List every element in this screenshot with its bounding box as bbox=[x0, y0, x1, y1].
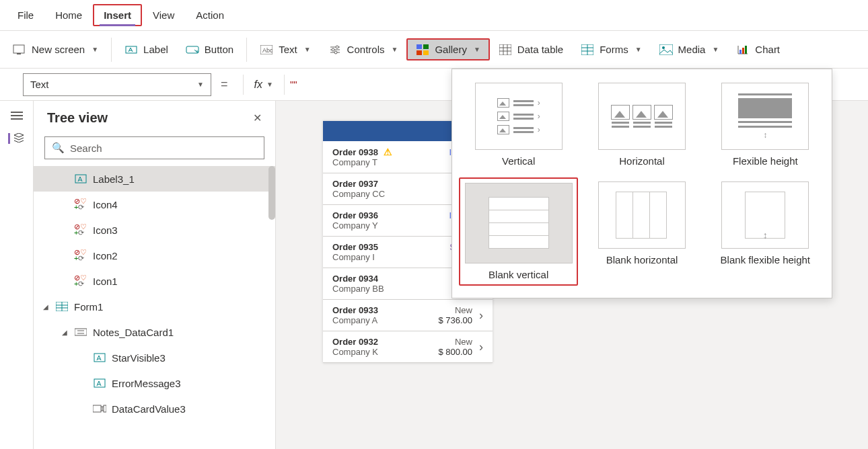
gallery-option-blankv[interactable]: Blank vertical bbox=[459, 177, 578, 286]
gallery-option-flex[interactable]: ↕Flexible height bbox=[706, 79, 825, 171]
svg-point-7 bbox=[332, 48, 334, 51]
tree-item[interactable]: ◢Notes_DataCard1 bbox=[34, 319, 275, 345]
order-title: Order 0937 bbox=[332, 179, 453, 189]
gallery-thumb: ↕ bbox=[721, 83, 809, 150]
svg-rect-22 bbox=[75, 329, 87, 335]
tree-item[interactable]: ⊘♡+⟳Icon2 bbox=[34, 243, 275, 268]
button-button[interactable]: Button bbox=[177, 39, 242, 60]
warning-icon: ⚠ bbox=[384, 147, 392, 157]
order-company: Company A bbox=[332, 315, 438, 325]
tree-item[interactable]: ⊘♡+⟳Icon1 bbox=[34, 268, 275, 294]
label-label: Label bbox=[143, 44, 168, 55]
label-button[interactable]: Label bbox=[116, 39, 177, 60]
order-list-item[interactable]: Order 0932Company KNew$ 800.00› bbox=[323, 331, 493, 363]
tree-list: Label3_1⊘♡+⟳Icon4⊘♡+⟳Icon3⊘♡+⟳Icon2⊘♡+⟳I… bbox=[34, 166, 275, 421]
chart-icon bbox=[736, 44, 750, 55]
menu-view[interactable]: View bbox=[142, 3, 185, 28]
svg-rect-12 bbox=[423, 50, 429, 55]
tree-item-label: StarVisible3 bbox=[112, 352, 166, 364]
chevron-down-icon: ▼ bbox=[474, 46, 480, 53]
chevron-right-icon: › bbox=[476, 309, 486, 323]
svg-rect-1 bbox=[17, 53, 21, 54]
gallery-thumb bbox=[598, 181, 686, 249]
tree-view-icon[interactable] bbox=[8, 133, 23, 144]
gallery-option-label: Horizontal bbox=[619, 155, 665, 167]
svg-point-16 bbox=[662, 46, 665, 49]
chevron-down-icon: ▼ bbox=[635, 46, 642, 53]
tree-item[interactable]: ◢Form1 bbox=[34, 294, 275, 319]
data-table-label: Data table bbox=[517, 44, 563, 55]
caret-icon: ◢ bbox=[61, 329, 69, 336]
gallery-thumb bbox=[465, 183, 573, 263]
gallery-label: Gallery bbox=[435, 44, 467, 55]
forms-button[interactable]: Forms ▼ bbox=[572, 39, 650, 60]
media-button[interactable]: Media ▼ bbox=[651, 39, 728, 60]
svg-point-8 bbox=[334, 51, 337, 54]
tree-item[interactable]: ErrorMessage3 bbox=[34, 370, 275, 396]
order-title: Order 0934 bbox=[332, 274, 455, 284]
label-icon bbox=[93, 378, 106, 388]
order-status: New bbox=[438, 337, 472, 347]
svg-rect-0 bbox=[13, 45, 24, 53]
tree-item[interactable]: DataCardValue3 bbox=[34, 396, 275, 421]
chart-button[interactable]: Chart bbox=[727, 39, 789, 60]
data-table-button[interactable]: Data table bbox=[490, 39, 572, 60]
controls-label: Controls bbox=[347, 44, 385, 55]
fx-button[interactable]: fx ▼ bbox=[249, 79, 279, 91]
svg-rect-10 bbox=[423, 44, 429, 49]
tree-item[interactable]: Label3_1 bbox=[34, 166, 275, 192]
svg-rect-15 bbox=[659, 44, 673, 55]
gallery-thumb: ↕ bbox=[721, 181, 809, 249]
order-company: Company Y bbox=[332, 220, 449, 231]
gallery-option-blankh[interactable]: Blank horizontal bbox=[582, 177, 701, 286]
menubar: File Home Insert View Action bbox=[0, 0, 868, 31]
gallery-option-blankf[interactable]: ↕Blank flexible height bbox=[706, 177, 825, 286]
menu-home[interactable]: Home bbox=[44, 3, 93, 28]
order-status: New bbox=[438, 305, 472, 315]
gallery-button[interactable]: Gallery ▼ bbox=[406, 38, 489, 60]
tree-item[interactable]: StarVisible3 bbox=[34, 345, 275, 370]
order-price: $ 800.00 bbox=[438, 347, 472, 357]
menu-action[interactable]: Action bbox=[185, 3, 235, 28]
equals-sign: = bbox=[211, 77, 238, 91]
new-screen-button[interactable]: New screen ▼ bbox=[4, 39, 107, 60]
order-title: Order 0932 bbox=[332, 337, 438, 347]
gallery-option-horizontal[interactable]: Horizontal bbox=[582, 79, 701, 171]
tree-search-input[interactable]: 🔍 Search bbox=[44, 136, 264, 159]
close-icon[interactable]: ✕ bbox=[253, 112, 262, 124]
gallery-option-vertical[interactable]: ›››Vertical bbox=[459, 79, 578, 171]
order-list-item[interactable]: Order 0933Company ANew$ 736.00› bbox=[323, 300, 493, 331]
gallery-thumb bbox=[598, 83, 686, 150]
ribbon: New screen ▼ Label Button Abc Text ▼ Con… bbox=[0, 31, 868, 69]
menu-insert[interactable]: Insert bbox=[93, 4, 142, 26]
svg-text:Abc: Abc bbox=[262, 47, 273, 54]
tree-item[interactable]: ⊘♡+⟳Icon3 bbox=[34, 217, 275, 243]
controls-button[interactable]: Controls ▼ bbox=[320, 39, 407, 60]
search-placeholder: Search bbox=[70, 142, 102, 154]
menu-file[interactable]: File bbox=[7, 3, 44, 28]
gallery-option-label: Vertical bbox=[502, 155, 535, 167]
chevron-down-icon: ▼ bbox=[304, 46, 311, 53]
order-title: Order 0938 ⚠ bbox=[332, 147, 449, 157]
iconset-icon: ⊘♡+⟳ bbox=[74, 224, 87, 236]
chevron-down-icon: ▼ bbox=[712, 46, 719, 53]
controls-icon bbox=[328, 44, 342, 55]
tree-item-label: Icon2 bbox=[93, 250, 118, 261]
order-company: Company BB bbox=[332, 284, 455, 294]
caret-icon: ◢ bbox=[42, 303, 50, 311]
tree-scrollbar[interactable] bbox=[268, 166, 275, 220]
tree-item-label: DataCardValue3 bbox=[112, 403, 186, 415]
formula-input[interactable]: "" bbox=[290, 79, 297, 90]
hamburger-icon[interactable] bbox=[11, 112, 23, 120]
screen-icon bbox=[13, 44, 26, 55]
tree-item[interactable]: ⊘♡+⟳Icon4 bbox=[34, 192, 275, 217]
media-icon bbox=[659, 44, 673, 55]
text-button[interactable]: Abc Text ▼ bbox=[251, 39, 319, 60]
chevron-right-icon: › bbox=[476, 340, 486, 354]
search-icon: 🔍 bbox=[52, 142, 65, 154]
chevron-down-icon: ▼ bbox=[266, 81, 273, 88]
property-selector[interactable]: Text ▼ bbox=[23, 73, 211, 96]
forms-icon bbox=[581, 44, 594, 55]
order-title: Order 0935 bbox=[332, 242, 449, 252]
tree-header: Tree view ✕ bbox=[34, 101, 275, 134]
